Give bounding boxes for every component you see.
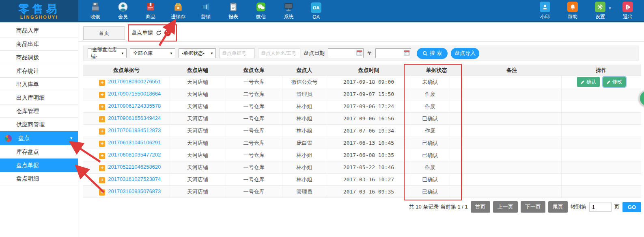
- nav-item-member[interactable]: 会员: [109, 0, 137, 21]
- doc-no-link[interactable]: 201703161027523874: [108, 176, 161, 182]
- doc-no-input[interactable]: [219, 48, 255, 58]
- go-button[interactable]: GO: [622, 202, 641, 212]
- person-cell: 微信公众号: [282, 76, 327, 88]
- actions-cell: [561, 88, 641, 100]
- tab-home[interactable]: 首页: [83, 26, 125, 40]
- sidebar-item-stocktake-details[interactable]: 盘点明细: [0, 172, 78, 185]
- nav-item-oa[interactable]: OA OA: [302, 0, 330, 21]
- tab-stocktake-docs[interactable]: 盘点单据 ×: [128, 25, 174, 40]
- sidebar-item-io-orders[interactable]: 出入库单: [0, 78, 78, 91]
- sidebar-item-goods-transfer[interactable]: 商品调拨: [0, 51, 78, 64]
- sidebar-item-goods-outbound[interactable]: 商品出库: [0, 37, 78, 51]
- remark-cell: [462, 100, 561, 113]
- store-cell: 天河店铺: [170, 76, 226, 88]
- prev-page-button[interactable]: 上一页: [493, 201, 518, 213]
- date-filter-label: 盘点日期: [304, 50, 325, 57]
- last-page-button[interactable]: 尾页: [548, 201, 568, 213]
- status-cell: 已确认: [411, 186, 450, 198]
- remark-cell: [462, 88, 561, 100]
- pie-chart-icon: [5, 135, 12, 142]
- sidebar-item-warehouse-mgmt[interactable]: 仓库管理: [0, 104, 78, 118]
- inventory-table-body: +201709180900276551 天河店铺 一号仓库 微信公众号 2017…: [83, 76, 641, 198]
- sidebar-item-goods-inbound[interactable]: 商品入库: [0, 24, 78, 37]
- goto-page-input[interactable]: [589, 202, 612, 212]
- nav-label: 小邱: [540, 13, 550, 20]
- refresh-icon[interactable]: [156, 30, 162, 36]
- person-cell: 林小姐: [282, 161, 327, 174]
- expand-row-icon[interactable]: +: [99, 116, 105, 122]
- warehouse-cell: 二号仓库: [226, 88, 282, 100]
- expand-row-icon[interactable]: +: [99, 128, 105, 135]
- stocktake-table: 盘点单据号 盘点店铺 盘点仓库 盘点人 盘点时间 单据状态 备注 操作 +201…: [83, 65, 641, 198]
- nav-item-help[interactable]: 帮助: [559, 0, 586, 21]
- store-cell: 天河店铺: [170, 125, 226, 137]
- sidebar-item-stock-stats[interactable]: 库存统计: [0, 64, 78, 78]
- chevron-down-icon: ▼: [208, 52, 213, 55]
- nav-item-product[interactable]: 商品: [137, 0, 164, 21]
- warehouse-cell: 一号仓库: [226, 100, 282, 113]
- person-input[interactable]: [258, 48, 300, 58]
- doc-no-link[interactable]: 201705221046258620: [108, 164, 161, 170]
- modify-button[interactable]: 修改: [603, 77, 626, 87]
- status-filter-select[interactable]: -单据状态- ▼: [179, 48, 216, 58]
- remark-cell: [462, 174, 561, 186]
- nav-item-cashier[interactable]: 收银: [82, 0, 109, 21]
- nav-item-wechat[interactable]: 微信: [247, 0, 275, 21]
- warehouse-filter-select[interactable]: 全部仓库 ▼: [130, 48, 175, 58]
- sidebar-group-stocktake[interactable]: 盘点 ▼: [0, 131, 78, 145]
- nav-item-settings[interactable]: 设置 ▼: [586, 0, 614, 21]
- date-from-input[interactable]: [328, 48, 364, 58]
- expand-row-icon[interactable]: +: [99, 104, 105, 110]
- sidebar-item-stocktake-docs[interactable]: 盘点单据: [0, 159, 78, 172]
- warehouse-cell: 一号仓库: [226, 125, 282, 137]
- search-button[interactable]: 搜 索: [417, 48, 448, 59]
- store-filter-select[interactable]: -全部盘点店铺- ▼: [88, 48, 127, 58]
- date-to-input[interactable]: [375, 48, 411, 58]
- top-bar: 零售易 LINGSHOUYI 收银 会员 商品 进销存: [0, 0, 644, 22]
- product-icon: [145, 1, 156, 13]
- sidebar-item-io-details[interactable]: 出入库明细: [0, 91, 78, 104]
- status-cell: 作废: [411, 125, 450, 137]
- first-page-button[interactable]: 首页: [471, 201, 490, 213]
- next-page-button[interactable]: 下一页: [521, 201, 545, 213]
- nav-label: OA: [312, 14, 319, 20]
- expand-row-icon[interactable]: +: [99, 165, 105, 171]
- sidebar-item-label: 盘点明细: [16, 175, 39, 182]
- nav-item-exit[interactable]: 退出: [614, 0, 642, 21]
- doc-no-link[interactable]: 201709061724335578: [108, 103, 161, 109]
- app-subtitle: LINGSHOUYI: [20, 15, 58, 20]
- warehouse-cell: 一号仓库: [226, 113, 282, 125]
- nav-item-marketing[interactable]: 营销: [192, 0, 220, 21]
- sidebar-item-supplier-mgmt[interactable]: 供应商管理: [0, 118, 78, 131]
- doc-no-link[interactable]: 201706131045106291: [108, 139, 161, 146]
- expand-row-icon[interactable]: +: [99, 92, 105, 98]
- doc-no-link[interactable]: 201707061934512873: [108, 127, 161, 133]
- expand-row-icon[interactable]: +: [99, 80, 105, 86]
- close-icon[interactable]: ×: [164, 30, 171, 36]
- sidebar-item-stock-count[interactable]: 库存盘点: [0, 145, 78, 159]
- nav-item-inventory[interactable]: 进销存: [164, 0, 192, 21]
- tab-bar: 首页 盘点单据 ×: [78, 24, 644, 42]
- doc-no-link[interactable]: 201709061656349424: [108, 115, 161, 121]
- nav-label: 会员: [118, 13, 128, 20]
- nav-label: 帮助: [568, 13, 577, 20]
- expand-row-icon[interactable]: +: [99, 141, 105, 147]
- doc-no-link[interactable]: 201709180900276551: [108, 78, 161, 85]
- expand-row-icon[interactable]: +: [99, 153, 105, 159]
- status-spacer-cell: [450, 137, 462, 149]
- doc-no-link[interactable]: 201706081035477202: [108, 152, 161, 158]
- expand-row-icon[interactable]: +: [99, 177, 105, 183]
- nav-item-user[interactable]: 小邱: [531, 0, 559, 21]
- stocktake-import-button[interactable]: 盘点导入: [451, 48, 479, 59]
- actions-cell: [561, 174, 641, 186]
- doc-no-link[interactable]: 201703160935076873: [108, 188, 161, 194]
- remark-cell: [462, 76, 561, 88]
- sidebar-item-label: 库存统计: [16, 67, 39, 74]
- doc-no-link[interactable]: 201709071550018664: [108, 91, 161, 97]
- status-cell: 已确认: [411, 137, 450, 149]
- confirm-button[interactable]: 确认: [577, 77, 600, 87]
- search-button-label: 搜 索: [430, 50, 442, 57]
- nav-item-system[interactable]: 系统: [275, 0, 302, 21]
- expand-row-icon[interactable]: +: [99, 189, 105, 196]
- nav-item-report[interactable]: 报表: [220, 0, 247, 21]
